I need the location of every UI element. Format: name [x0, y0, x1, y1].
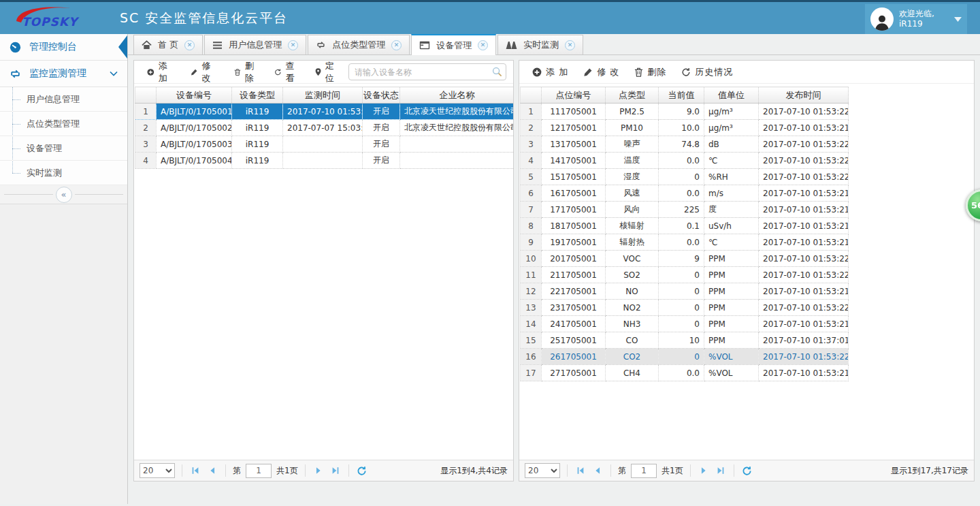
add-button[interactable]: 添 加 [526, 63, 574, 81]
edit-button[interactable]: 修 改 [577, 63, 625, 81]
cell-publish-time: 2017-07-10 01:53:22 [759, 251, 849, 267]
next-page-button[interactable] [698, 464, 710, 477]
refresh-button[interactable] [356, 464, 368, 477]
tab-point-type[interactable]: 点位类型管理 ✕ [308, 35, 410, 54]
table-row[interactable]: 4A/BJLT/0/1705004iR119开启 [135, 153, 514, 169]
cell-publish-time: 2017-07-10 01:53:21 [759, 202, 849, 218]
table-row[interactable]: 4141705001温度0.0℃2017-07-10 01:53:22 [521, 153, 849, 169]
tab-device[interactable]: 设备管理 ✕ [411, 34, 496, 55]
cell-point-type: VOC [606, 251, 659, 267]
table-row[interactable]: 9191705001辐射热0.0℃2017-07-10 01:53:21 [521, 234, 849, 251]
prev-page-button[interactable] [591, 464, 604, 477]
caret-down-icon[interactable] [954, 16, 962, 22]
table-row[interactable]: 8181705001核辐射0.1uSv/h2017-07-10 01:53:21 [521, 218, 849, 234]
last-page-button[interactable] [715, 464, 727, 477]
page-number-input[interactable] [246, 464, 272, 478]
table-row[interactable]: 14241705001NH30PPM2017-07-10 01:53:21 [521, 316, 849, 332]
search-input[interactable] [348, 63, 506, 80]
tab-close-icon[interactable]: ✕ [391, 40, 402, 50]
user-menu[interactable]: 欢迎光临, iR119 [865, 4, 967, 34]
sidebar-collapse-button[interactable]: « [56, 187, 72, 203]
tab-close-icon[interactable]: ✕ [478, 40, 488, 50]
location-pin-icon [315, 67, 321, 77]
page-size-select[interactable]: 20 [525, 463, 560, 478]
edit-button[interactable]: 修 改 [184, 57, 225, 87]
page-size-select[interactable]: 20 [140, 463, 175, 478]
add-button[interactable]: 添 加 [141, 57, 182, 87]
history-button[interactable]: 历史情况 [675, 63, 739, 81]
table-row[interactable]: 1111705001PM2.59.0μg/m³2017-07-10 01:53:… [521, 104, 849, 120]
sub-item-label: 设备管理 [27, 142, 62, 155]
prev-page-button[interactable] [206, 464, 218, 477]
cell-publish-time: 2017-07-10 01:53:21 [759, 234, 849, 251]
table-row[interactable]: 10201705001VOC9PPM2017-07-10 01:53:22 [521, 251, 849, 267]
header-point-type[interactable]: 点类型 [606, 87, 659, 104]
cell-point-code: 221705001 [542, 283, 606, 300]
table-row[interactable]: 6161705001风速0.0m/s2017-07-10 01:53:21 [521, 185, 849, 202]
sidebar-item-console[interactable]: 管理控制台 [0, 34, 127, 61]
cell-point-code: 161705001 [542, 185, 606, 202]
table-row[interactable]: 2121705001PM1010.0μg/m³2017-07-10 01:53:… [521, 120, 849, 136]
header-value-unit[interactable]: 值单位 [704, 87, 759, 104]
cell-current-value: 0 [659, 316, 704, 332]
header-monitor-time[interactable]: 监测时间 [283, 87, 363, 104]
topbar: TOPSKY SC 安全监管信息化云平台 欢迎光临, iR119 [0, 0, 980, 34]
table-row[interactable]: 1A/BJLT/0/1705001iR1192017-07-10 01:53:2… [135, 104, 514, 120]
tab-realtime[interactable]: 实时监测 ✕ [497, 35, 583, 54]
sidebar-item-point-type[interactable]: 点位类型管理 [0, 112, 127, 136]
delete-button[interactable]: 删除 [228, 57, 265, 87]
header-publish-time[interactable]: 发布时间 [759, 87, 849, 104]
last-page-button[interactable] [329, 464, 342, 477]
tab-home[interactable]: 首 页 ✕ [133, 35, 203, 54]
header-device-type[interactable]: 设备类型 [232, 87, 283, 104]
cell-point-type: NO [606, 283, 659, 300]
header-device-code[interactable]: 设备编号 [157, 87, 232, 104]
view-button[interactable]: 查看 [268, 57, 306, 87]
header-device-status[interactable]: 设备状态 [363, 87, 400, 104]
next-page-button[interactable] [312, 464, 325, 477]
button-label: 删除 [245, 60, 259, 84]
search-icon[interactable] [492, 67, 502, 77]
refresh-button[interactable] [741, 464, 753, 477]
locate-button[interactable]: 定位 [309, 57, 346, 87]
header-company-name[interactable]: 企业名称 [400, 87, 514, 104]
table-row[interactable]: 7171705001风向225度2017-07-10 01:53:21 [521, 202, 849, 218]
header-point-code[interactable]: 点位编号 [542, 87, 606, 104]
sub-item-label: 点位类型管理 [27, 118, 80, 130]
divider [305, 464, 306, 477]
sidebar-item-user-info[interactable]: 用户信息管理 [0, 87, 127, 112]
table-row[interactable]: 16261705001CO20%VOL2017-07-10 01:53:22 [521, 349, 849, 365]
sidebar-item-realtime[interactable]: 实时监测 [0, 161, 127, 185]
first-page-button[interactable] [574, 464, 587, 477]
person-icon [873, 13, 891, 31]
table-row[interactable]: 13231705001NO20PPM2017-07-10 01:53:22 [521, 300, 849, 316]
tab-user-info[interactable]: 用户信息管理 ✕ [204, 35, 306, 54]
first-page-button[interactable] [189, 464, 201, 477]
sidebar-item-monitoring[interactable]: 监控监测管理 [0, 61, 127, 87]
page-number-input[interactable] [631, 464, 657, 478]
table-row[interactable]: 5151705001湿度0%RH2017-07-10 01:53:22 [521, 169, 849, 185]
table-row[interactable]: 3A/BJLT/0/1705003iR119开启 [135, 136, 514, 153]
table-row[interactable]: 12221705001NO0PPM2017-07-10 01:53:21 [521, 283, 849, 300]
divider [610, 464, 611, 477]
tab-close-icon[interactable]: ✕ [565, 40, 575, 50]
svg-text:TOPSKY: TOPSKY [22, 15, 80, 29]
delete-button[interactable]: 删除 [628, 63, 672, 81]
table-row[interactable]: 11211705001SO20PPM2017-07-10 01:53:22 [521, 267, 849, 283]
page-prefix-label: 第 [233, 465, 241, 477]
table-row[interactable]: 2A/BJLT/0/1705002iR1192017-07-07 15:03:0… [135, 120, 514, 136]
cell-point-type: 辐射热 [606, 234, 659, 251]
table-row[interactable]: 3131705001噪声74.8dB2017-07-10 01:53:22 [521, 136, 849, 153]
header-rownum [521, 87, 542, 104]
table-row[interactable]: 15251705001CO10PPM2017-07-10 01:37:01 [521, 332, 849, 349]
table-row[interactable]: 17271705001CH40.0%VOL2017-07-10 01:53:21 [521, 365, 849, 381]
sidebar-item-device[interactable]: 设备管理 [0, 136, 127, 161]
cell-point-code: 241705001 [542, 316, 606, 332]
plus-circle-icon [532, 67, 542, 77]
tab-close-icon[interactable]: ✕ [288, 40, 298, 50]
cell-value-unit: uSv/h [704, 218, 759, 234]
cell-value-unit: μg/m³ [704, 104, 759, 120]
cell-rownum: 4 [135, 153, 157, 169]
tab-close-icon[interactable]: ✕ [184, 40, 195, 50]
header-current-value[interactable]: 当前值 [659, 87, 704, 104]
